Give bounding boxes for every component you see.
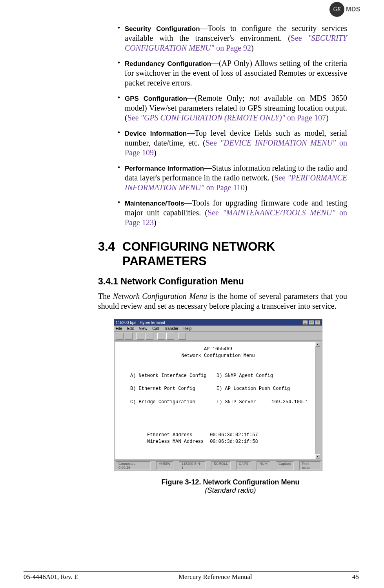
menu-item[interactable]: Transfer bbox=[164, 326, 178, 331]
list-item: Security Configuration—Tools to configur… bbox=[118, 24, 347, 53]
status-cell: 115200 8-N-1 bbox=[179, 461, 206, 470]
list-item: Redundancy Configuration—(AP Only) Allow… bbox=[118, 58, 347, 88]
terminal-window: 115200 bps - HyperTerminal _ □ × File Ed… bbox=[114, 319, 322, 471]
main-content: Security Configuration—Tools to configur… bbox=[118, 24, 347, 495]
toolbar-button[interactable] bbox=[136, 333, 144, 340]
ge-logo-icon: GE bbox=[329, 2, 344, 17]
toolbar-button[interactable] bbox=[125, 333, 133, 340]
maximize-icon[interactable]: □ bbox=[309, 320, 314, 325]
list-item: GPS Configuration—(Remote Only; not avai… bbox=[118, 93, 347, 123]
address-row: Ethernet Address00:06:3d:02:1f:57 bbox=[147, 432, 258, 438]
menu-option: A) Network Interface ConfigD) SNMP Agent… bbox=[130, 373, 273, 379]
toolbar bbox=[114, 332, 322, 341]
footer-right: 45 bbox=[352, 573, 359, 581]
subsection-heading: 3.4.1 Network Configuration Menu bbox=[98, 276, 347, 287]
intro-paragraph: The Network Configuration Menu is the ho… bbox=[98, 291, 347, 311]
page: GE MDS Security Configuration—Tools to c… bbox=[0, 0, 384, 588]
scroll-up-icon[interactable]: ▴ bbox=[315, 342, 320, 347]
footer-left: 05-4446A01, Rev. E bbox=[24, 573, 78, 581]
bullet-list: Security Configuration—Tools to configur… bbox=[118, 24, 347, 228]
status-cell: Connected 0:00:26 bbox=[116, 461, 151, 470]
statusbar: Connected 0:00:26 ANSIW 115200 8-N-1 SCR… bbox=[114, 460, 322, 471]
item-label: Security Configuration bbox=[125, 25, 200, 33]
terminal-host: AP_1655469 bbox=[118, 346, 318, 353]
item-label: Redundancy Configuration bbox=[125, 60, 211, 67]
menu-option: C) Bridge ConfigurationF) SNTP Server169… bbox=[130, 399, 308, 405]
mds-logo-text: MDS bbox=[346, 6, 360, 13]
status-cell: ANSIW bbox=[156, 461, 173, 470]
terminal-header: Network Configuration Menu bbox=[118, 353, 318, 359]
page-footer: 05-4446A01, Rev. E Mercury Reference Man… bbox=[24, 571, 359, 581]
item-label: Performance Information bbox=[125, 165, 204, 172]
menu-item[interactable]: Help bbox=[184, 326, 192, 331]
list-item: Performance Information—Status informati… bbox=[118, 163, 347, 193]
brand-logo: GE MDS bbox=[329, 2, 360, 17]
status-cell: Capture bbox=[276, 461, 294, 470]
window-titlebar: 115200 bps - HyperTerminal _ □ × bbox=[114, 319, 322, 326]
menu-option: B) Ethernet Port ConfigE) AP Location Pu… bbox=[130, 386, 290, 391]
item-label: Maintenance/Tools bbox=[125, 200, 184, 207]
terminal-prompt: Select a letter to configure an item, <E… bbox=[118, 458, 318, 459]
toolbar-button[interactable] bbox=[178, 333, 186, 340]
scroll-down-icon[interactable]: ▾ bbox=[315, 454, 320, 459]
address-row: Wireless MAN Address00:06:3d:02:1f:58 bbox=[147, 439, 258, 444]
status-cell: SCROLL bbox=[211, 461, 231, 470]
status-cell: CAPS bbox=[236, 461, 251, 470]
section-heading: 3.4CONFIGURING NETWORK PARAMETERS bbox=[98, 239, 347, 268]
figure-subcaption: (Standard radio) bbox=[114, 486, 347, 495]
toolbar-button[interactable] bbox=[116, 333, 124, 340]
figure-caption: Figure 3-12. Network Configuration Menu bbox=[114, 478, 347, 486]
scrollbar[interactable]: ▴▾ bbox=[315, 342, 321, 459]
figure: 115200 bps - HyperTerminal _ □ × File Ed… bbox=[114, 319, 347, 495]
list-item: Device Information—Top level device fiel… bbox=[118, 128, 347, 158]
menu-item[interactable]: Call bbox=[152, 326, 159, 331]
toolbar-button[interactable] bbox=[146, 333, 153, 340]
status-cell: Print echo bbox=[299, 461, 320, 470]
terminal-output: ▴▾AP_1655469Network Configuration Menu A… bbox=[115, 342, 321, 459]
item-label: GPS Configuration bbox=[125, 95, 187, 102]
toolbar-button[interactable] bbox=[157, 333, 165, 340]
item-text: —(Remote Only; bbox=[187, 94, 249, 102]
cross-ref-link[interactable]: See "GPS CONFIGURATION (REMOTE ONLY)" on… bbox=[127, 113, 326, 122]
window-title: 115200 bps - HyperTerminal bbox=[116, 320, 165, 325]
toolbar-button[interactable] bbox=[166, 333, 174, 340]
list-item: Maintenance/Tools—Tools for upgrading fi… bbox=[118, 198, 347, 228]
status-cell: NUM bbox=[257, 461, 270, 470]
window-controls: _ □ × bbox=[302, 320, 320, 325]
menu-item[interactable]: Edit bbox=[127, 326, 134, 331]
menubar: File Edit View Call Transfer Help bbox=[114, 326, 322, 332]
minimize-icon[interactable]: _ bbox=[302, 320, 308, 325]
item-label: Device Information bbox=[125, 130, 187, 137]
close-icon[interactable]: × bbox=[315, 320, 320, 325]
menu-item[interactable]: View bbox=[139, 326, 147, 331]
menu-item[interactable]: File bbox=[116, 326, 122, 331]
footer-center: Mercury Reference Manual bbox=[178, 573, 252, 581]
